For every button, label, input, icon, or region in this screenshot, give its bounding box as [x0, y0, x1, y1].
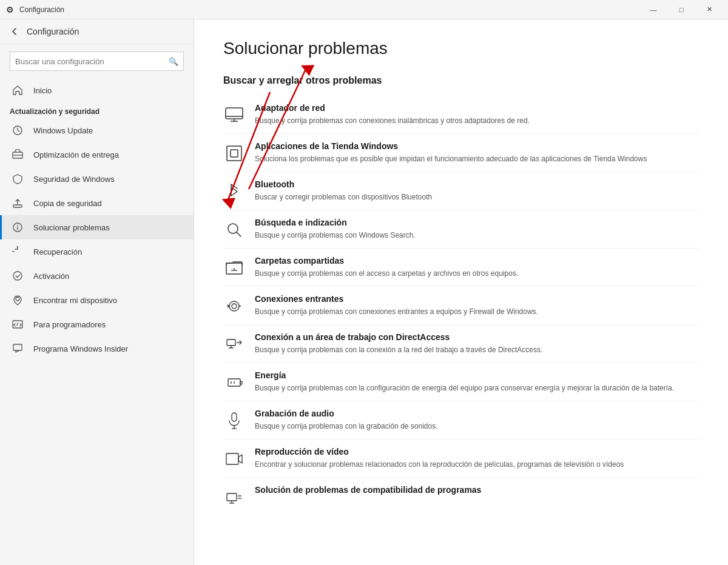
trouble-item-busqueda[interactable]: Búsqueda e indización Busque y corrija p…: [223, 210, 699, 249]
sidebar-title: Configuración: [27, 27, 79, 36]
minimize-button[interactable]: —: [639, 0, 667, 19]
trouble-item-tienda[interactable]: Aplicaciones de la Tienda Windows Soluci…: [223, 134, 699, 172]
search-button[interactable]: 🔍: [169, 57, 178, 66]
trouble-item-video[interactable]: Reproducción de vídeo Encontrar y soluci…: [223, 440, 699, 478]
svg-rect-25: [227, 339, 235, 346]
incoming-icon: [223, 295, 245, 317]
trouble-title-busqueda: Búsqueda e indización: [255, 218, 699, 227]
trouble-info-adaptador-red: Adaptador de red Busque y corrija proble…: [255, 103, 699, 126]
app-container: Configuración 🔍 Inicio Actualización y s…: [0, 19, 728, 565]
svg-point-6: [17, 225, 18, 226]
sidebar-item-copia-label: Copia de seguridad: [33, 199, 102, 208]
search-icon: [223, 219, 245, 241]
trouble-title-video: Reproducción de vídeo: [255, 447, 699, 456]
sidebar-item-programadores[interactable]: Para programadores: [0, 312, 194, 336]
sidebar: Configuración 🔍 Inicio Actualización y s…: [0, 19, 194, 565]
store-icon: [223, 142, 245, 164]
insider-icon: [12, 343, 24, 355]
shield-icon: [12, 173, 24, 185]
sidebar-item-copia[interactable]: Copia de seguridad: [0, 191, 194, 215]
sidebar-item-programadores-label: Para programadores: [33, 320, 106, 329]
trouble-info-conexiones: Conexiones entrantes Busque y corrija pr…: [255, 294, 699, 317]
sidebar-item-encontrar-label: Encontrar mi dispositivo: [33, 296, 117, 305]
activation-icon: [12, 270, 24, 282]
troubleshoot-icon: [12, 221, 24, 233]
trouble-title-tienda: Aplicaciones de la Tienda Windows: [255, 141, 699, 151]
trouble-info-video: Reproducción de vídeo Encontrar y soluci…: [255, 447, 699, 470]
svg-rect-30: [240, 381, 242, 384]
svg-rect-33: [232, 413, 237, 421]
sidebar-item-recuperacion-label: Recuperación: [33, 247, 82, 256]
sidebar-item-windows-update-label: Windows Update: [33, 126, 93, 135]
trouble-item-adaptador-red[interactable]: Adaptador de red Busque y corrija proble…: [223, 96, 699, 134]
back-button[interactable]: [10, 27, 19, 36]
sidebar-item-windows-update[interactable]: Windows Update: [0, 118, 194, 142]
sidebar-header: Configuración: [0, 19, 194, 44]
trouble-item-grabacion[interactable]: Grabación de audio Busque y corrija prob…: [223, 401, 699, 440]
maximize-button[interactable]: □: [667, 0, 695, 19]
sidebar-item-encontrar[interactable]: Encontrar mi dispositivo: [0, 288, 194, 312]
power-icon: [223, 372, 245, 393]
trouble-title-bluetooth: Bluetooth: [255, 179, 699, 189]
title-bar: ⚙ Configuración — □ ✕: [0, 0, 728, 19]
trouble-info-grabacion: Grabación de audio Busque y corrija prob…: [255, 409, 699, 432]
trouble-desc-tienda: Soluciona los problemas que es posible q…: [255, 153, 699, 164]
find-device-icon: [12, 294, 24, 306]
compat-icon: [223, 486, 245, 508]
sidebar-item-recuperacion[interactable]: Recuperación: [0, 239, 194, 264]
recovery-icon: [12, 246, 24, 258]
trouble-info-directaccess: Conexión a un área de trabajo con Direct…: [255, 332, 699, 355]
trouble-item-energia[interactable]: Energía Busque y corrija problemas con l…: [223, 363, 699, 401]
sidebar-item-seguridad[interactable]: Seguridad de Windows: [0, 167, 194, 191]
section-label: Actualización y seguridad: [0, 102, 194, 118]
trouble-item-carpetas[interactable]: Carpetas compartidas Busque y corrija pr…: [223, 249, 699, 287]
network-icon: [223, 104, 245, 126]
section-title: Buscar y arreglar otros problemas: [223, 75, 699, 86]
svg-rect-18: [231, 150, 238, 157]
search-input[interactable]: [15, 57, 169, 66]
trouble-info-compatibilidad: Solución de problemas de compatibilidad …: [255, 485, 699, 497]
svg-point-7: [13, 272, 22, 280]
trouble-desc-adaptador-red: Busque y corrija problemas con conexione…: [255, 115, 699, 126]
trouble-desc-conexiones: Busque y corrija problemas con conexione…: [255, 306, 699, 317]
app-icon: ⚙: [5, 5, 15, 15]
directaccess-icon: [223, 333, 245, 355]
trouble-info-energia: Energía Busque y corrija problemas con l…: [255, 370, 699, 393]
trouble-title-adaptador-red: Adaptador de red: [255, 103, 699, 113]
svg-point-24: [232, 304, 237, 309]
svg-point-8: [16, 297, 19, 301]
svg-line-20: [237, 232, 241, 236]
trouble-desc-directaccess: Busque y corrija problemas con la conexi…: [255, 344, 699, 355]
sidebar-item-insider[interactable]: Programa Windows Insider: [0, 336, 194, 361]
sidebar-item-inicio[interactable]: Inicio: [0, 78, 194, 102]
sidebar-item-solucionar[interactable]: Solucionar problemas: [0, 215, 194, 239]
update-icon: [12, 124, 24, 136]
trouble-info-busqueda: Búsqueda e indización Busque y corrija p…: [255, 218, 699, 241]
sidebar-item-activacion-label: Activación: [33, 272, 69, 281]
trouble-desc-video: Encontrar y solucionar problemas relacio…: [255, 459, 699, 470]
sidebar-item-inicio-label: Inicio: [33, 86, 52, 95]
sidebar-item-solucionar-label: Solucionar problemas: [33, 223, 110, 232]
trouble-title-energia: Energía: [255, 370, 699, 380]
trouble-desc-grabacion: Busque y corrija problemas con la grabac…: [255, 421, 699, 432]
video-icon: [223, 448, 245, 470]
trouble-info-carpetas: Carpetas compartidas Busque y corrija pr…: [255, 256, 699, 279]
trouble-title-carpetas: Carpetas compartidas: [255, 256, 699, 266]
trouble-desc-energia: Busque y corrija problemas con la config…: [255, 383, 699, 393]
bluetooth-icon: [223, 181, 245, 202]
sidebar-item-optimizacion-label: Optimización de entrega: [33, 150, 119, 159]
delivery-icon: [12, 149, 24, 161]
svg-rect-36: [226, 453, 238, 464]
sidebar-item-activacion[interactable]: Activación: [0, 264, 194, 288]
close-button[interactable]: ✕: [695, 0, 723, 19]
trouble-item-conexiones[interactable]: Conexiones entrantes Busque y corrija pr…: [223, 287, 699, 325]
trouble-title-grabacion: Grabación de audio: [255, 409, 699, 418]
trouble-desc-carpetas: Busque y corrija problemas con el acceso…: [255, 268, 699, 279]
sidebar-item-optimizacion[interactable]: Optimización de entrega: [0, 142, 194, 167]
trouble-item-compatibilidad[interactable]: Solución de problemas de compatibilidad …: [223, 478, 699, 515]
trouble-item-directaccess[interactable]: Conexión a un área de trabajo con Direct…: [223, 325, 699, 363]
svg-rect-10: [13, 344, 22, 350]
trouble-item-bluetooth[interactable]: Bluetooth Buscar y corregir problemas co…: [223, 172, 699, 210]
search-box[interactable]: 🔍: [10, 52, 184, 71]
trouble-title-compatibilidad: Solución de problemas de compatibilidad …: [255, 485, 699, 495]
